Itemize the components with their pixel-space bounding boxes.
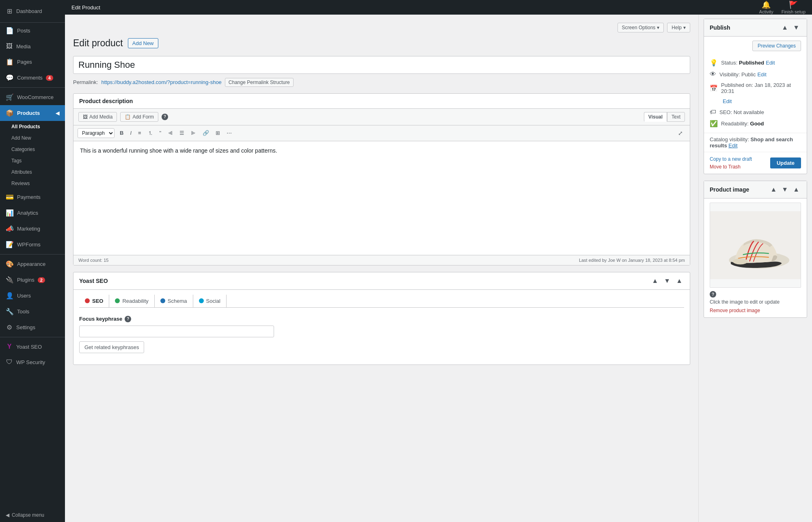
product-image-container[interactable] [710, 203, 801, 288]
sidebar-item-tools[interactable]: 🔧 Tools [0, 304, 65, 319]
product-image-svg [710, 203, 801, 287]
yoast-collapse-down[interactable]: ▼ [662, 276, 672, 285]
product-image-minimize[interactable]: ▲ [791, 185, 801, 194]
tools-icon: 🔧 [6, 308, 14, 315]
sidebar-sub-all-products[interactable]: All Products [0, 121, 65, 132]
sidebar-sub-categories[interactable]: Categories [0, 144, 65, 155]
publish-title: Publish [710, 24, 730, 31]
italic-button[interactable]: I [127, 128, 134, 138]
dashboard-icon: ⊞ [6, 7, 13, 15]
yoast-tab-readability[interactable]: Readability [109, 295, 154, 307]
collapse-menu[interactable]: ◀ Collapse menu [0, 508, 65, 522]
publish-header: Publish ▲ ▼ [704, 19, 807, 37]
add-media-button[interactable]: 🖼 Add Media [78, 112, 117, 122]
paragraph-select[interactable]: Paragraph [78, 128, 114, 138]
catalog-edit-link[interactable]: Edit [728, 142, 737, 149]
help-button[interactable]: Help ▾ [667, 23, 690, 32]
product-image-collapse-down[interactable]: ▼ [780, 185, 790, 194]
finish-setup-label: Finish setup [782, 9, 806, 14]
text-tab[interactable]: Text [667, 112, 685, 122]
sidebar-item-dashboard[interactable]: ⊞ Dashboard [0, 3, 65, 19]
sidebar-item-analytics[interactable]: 📊 Analytics [0, 205, 65, 221]
insert-link-button[interactable]: 🔗 [200, 128, 212, 138]
publish-collapse-down[interactable]: ▼ [791, 23, 801, 32]
get-keyphrases-button[interactable]: Get related keyphrases [79, 341, 144, 353]
move-trash-link[interactable]: Move to Trash [710, 164, 741, 170]
blockquote-button[interactable]: " [157, 128, 164, 138]
copy-draft-link[interactable]: Copy to a new draft [710, 156, 752, 162]
editor-content[interactable]: This is a wonderful running shoe with a … [73, 141, 690, 255]
align-center-button[interactable]: ☰ [177, 128, 187, 138]
remove-product-image-link[interactable]: Remove product image [710, 308, 760, 313]
product-title-input[interactable] [73, 56, 690, 74]
sidebar-item-label: Posts [17, 28, 30, 34]
visual-text-tabs: Visual Text [644, 112, 685, 122]
change-permalink-button[interactable]: Change Permalink Structure [225, 78, 294, 87]
plugins-badge: 2 [38, 277, 45, 283]
insert-table-button[interactable]: ⊞ [213, 128, 223, 138]
yoast-collapse-up[interactable]: ▲ [650, 276, 660, 285]
visual-tab[interactable]: Visual [644, 112, 667, 122]
preview-btn-container: Preview Changes [710, 41, 801, 51]
align-right-button[interactable]: ⫸ [188, 128, 199, 138]
add-form-icon: 📋 [125, 114, 131, 120]
readability-value: Good [750, 121, 764, 127]
adminbar-finish-setup[interactable]: 🚩 Finish setup [782, 0, 806, 14]
sidebar-item-pages[interactable]: 📋 Pages [0, 54, 65, 70]
seo-label: SEO: Not available [719, 109, 764, 115]
sidebar-item-comments[interactable]: 💬 Comments 4 [0, 70, 65, 86]
sidebar-item-wp-security[interactable]: 🛡 WP Security [0, 354, 65, 370]
preview-changes-button[interactable]: Preview Changes [752, 41, 801, 51]
sidebar-item-woocommerce[interactable]: 🛒 WooCommerce [0, 89, 65, 105]
sidebar-item-label: Analytics [17, 210, 38, 216]
image-help-icon[interactable]: ? [710, 291, 716, 298]
bold-button[interactable]: B [117, 128, 126, 138]
align-left-button[interactable]: ⫷ [165, 128, 176, 138]
screen-options-bar: Screen Options ▾ Help ▾ [73, 23, 690, 32]
yoast-minimize[interactable]: ▲ [674, 276, 684, 285]
sidebar-item-payments[interactable]: 💳 Payments [0, 189, 65, 205]
update-button[interactable]: Update [770, 157, 801, 168]
calendar-icon: 📅 [710, 84, 718, 92]
add-new-button[interactable]: Add New [128, 38, 158, 48]
focus-keyphrase-help-icon[interactable]: ? [125, 316, 131, 322]
editor-help-icon[interactable]: ? [162, 114, 168, 120]
status-edit-link[interactable]: Edit [766, 60, 775, 66]
product-description-title: Product description [79, 98, 133, 104]
visibility-edit-link[interactable]: Edit [757, 71, 766, 78]
published-edit-link[interactable]: Edit [723, 98, 732, 104]
editor-footer: Word count: 15 Last edited by Joe W on J… [73, 255, 690, 265]
product-image-collapse-up[interactable]: ▲ [769, 185, 778, 194]
sidebar-divider-2 [0, 254, 65, 255]
sidebar-item-media[interactable]: 🖼 Media [0, 39, 65, 54]
unordered-list-button[interactable]: ≡ [135, 128, 144, 138]
sidebar-sub-reviews[interactable]: Reviews [0, 178, 65, 189]
sidebar-item-label: Comments [17, 75, 43, 81]
permalink-link[interactable]: https://buddy.a2hosted.com/?product=runn… [101, 79, 221, 85]
readability-dot [115, 298, 120, 303]
sidebar-item-appearance[interactable]: 🎨 Appearance [0, 256, 65, 272]
sidebar-item-marketing[interactable]: 📣 Marketing [0, 221, 65, 237]
sidebar-item-posts[interactable]: 📄 Posts [0, 23, 65, 39]
product-description-header: Product description [73, 94, 690, 109]
sidebar-sub-tags[interactable]: Tags [0, 155, 65, 166]
screen-options-button[interactable]: Screen Options ▾ [618, 23, 664, 32]
publish-collapse-up[interactable]: ▲ [780, 23, 790, 32]
ordered-list-button[interactable]: ⒈ [145, 128, 156, 138]
sidebar-item-wpforms[interactable]: 📝 WPForms [0, 237, 65, 252]
insert-more-button[interactable]: ⋯ [224, 128, 235, 138]
adminbar-activity[interactable]: 🔔 Activity [759, 0, 773, 14]
sidebar-item-yoast-seo[interactable]: Y Yoast SEO [0, 339, 65, 354]
yoast-tab-schema[interactable]: Schema [155, 295, 193, 307]
yoast-tab-social[interactable]: Social [193, 295, 227, 307]
sidebar-item-settings[interactable]: ⚙ Settings [0, 319, 65, 335]
add-form-button[interactable]: 📋 Add Form [120, 112, 158, 122]
sidebar-sub-add-new[interactable]: Add New [0, 132, 65, 144]
sidebar-item-plugins[interactable]: 🔌 Plugins 2 [0, 272, 65, 288]
sidebar-sub-attributes[interactable]: Attributes [0, 166, 65, 178]
expand-editor-button[interactable]: ⤢ [675, 128, 686, 138]
yoast-tab-seo[interactable]: SEO [79, 295, 109, 307]
sidebar-item-users[interactable]: 👤 Users [0, 288, 65, 304]
focus-keyphrase-input[interactable] [79, 326, 274, 337]
sidebar-item-products[interactable]: 📦 Products ◀ [0, 105, 65, 121]
